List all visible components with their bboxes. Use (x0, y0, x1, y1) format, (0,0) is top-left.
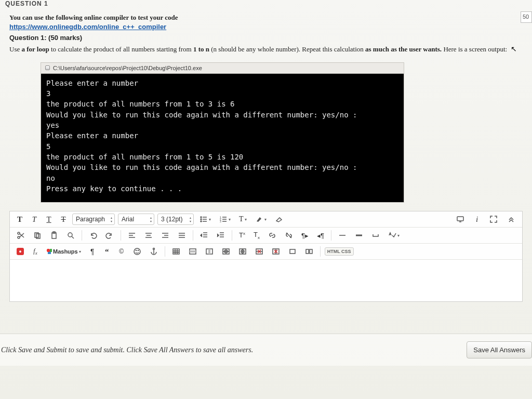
console-app-icon (45, 65, 50, 70)
svg-point-0 (201, 217, 202, 218)
insert-row-icon (222, 247, 230, 256)
table-delcol-button[interactable] (269, 246, 283, 257)
svg-point-22 (68, 233, 72, 237)
link-button[interactable] (265, 230, 279, 241)
undo-button[interactable] (86, 230, 100, 241)
caret-down-icon: ▾ (190, 219, 191, 223)
info-button[interactable]: i (471, 214, 483, 225)
record-button[interactable]: ● (14, 246, 26, 257)
console-titlebar: C:\Users\afar\source\repos\Project10\Deb… (41, 62, 404, 73)
divider (165, 246, 165, 257)
preview-button[interactable] (454, 214, 467, 225)
table-cell-button[interactable] (286, 246, 299, 257)
format-value: Paragraph (76, 216, 105, 223)
align-right-icon (161, 231, 169, 240)
svg-rect-57 (208, 249, 210, 254)
rtl-button[interactable]: ◂¶ (314, 230, 327, 241)
blockquote-button[interactable]: “ (101, 246, 113, 257)
merge-icon (305, 247, 313, 256)
copyright-button[interactable]: © (116, 246, 127, 257)
anchor-icon (150, 247, 158, 256)
italic-button[interactable]: T (29, 214, 40, 225)
font-select[interactable]: Arial ▴ ▾ (118, 214, 154, 225)
console-title: C:\Users\afar\source\repos\Project10\Deb… (53, 65, 202, 71)
editor-textarea[interactable] (10, 260, 522, 301)
anchor-button[interactable] (147, 246, 161, 257)
divider (193, 230, 193, 241)
compiler-link[interactable]: https://www.onlinegdb.com/online_c++_com… (9, 23, 166, 31)
q-pre: Use (9, 45, 21, 53)
bullet-list-icon (200, 215, 208, 223)
nbsp-icon (371, 231, 380, 240)
subscript-button[interactable]: Tx (251, 230, 262, 241)
table-row-button[interactable] (186, 246, 200, 257)
unlink-button[interactable] (282, 230, 296, 241)
record-icon: ● (17, 248, 24, 255)
spellcheck-button[interactable]: ▾ (385, 230, 402, 241)
question-header: QUESTION 1 (5, 0, 48, 7)
emoji-button[interactable] (130, 246, 144, 257)
svg-point-2 (201, 219, 202, 220)
nbsp-button[interactable] (369, 230, 382, 241)
caret-up-icon: ▴ (190, 216, 191, 219)
collapse-button[interactable] (504, 214, 518, 225)
svg-point-15 (18, 232, 20, 234)
align-right-button[interactable] (158, 230, 172, 241)
redo-button[interactable] (103, 230, 116, 241)
outdent-button[interactable] (197, 230, 211, 241)
delete-row-icon (255, 247, 263, 256)
format-select[interactable]: Paragraph ▴ ▾ (72, 214, 115, 225)
copy-button[interactable] (31, 230, 44, 241)
strike-button[interactable]: T (58, 214, 69, 225)
align-left-icon (128, 231, 136, 240)
unlink-icon (285, 231, 293, 240)
font-value: Arial (122, 216, 134, 223)
table-button[interactable] (169, 246, 183, 257)
show-para-button[interactable]: ¶ (87, 246, 98, 257)
text-color-button[interactable]: T▾ (236, 214, 249, 225)
align-justify-button[interactable] (175, 230, 189, 241)
cursor-icon: ↖ (509, 45, 517, 53)
bold-button[interactable]: T (14, 214, 25, 225)
mashups-button[interactable]: Mashups▾ (44, 246, 84, 257)
fullscreen-button[interactable] (487, 214, 500, 225)
table-insrow-button[interactable] (219, 246, 233, 257)
clear-format-button[interactable] (272, 214, 286, 225)
console-window: C:\Users\afar\source\repos\Project10\Deb… (41, 62, 404, 203)
number-list-button[interactable]: 123▾ (217, 214, 233, 225)
formula-button[interactable]: fx (30, 246, 41, 257)
table-inscol-button[interactable] (236, 246, 249, 257)
highlight-button[interactable]: ▾ (252, 214, 269, 225)
html-css-button[interactable]: HTML CSS (325, 247, 354, 256)
caret-up-icon: ▴ (111, 216, 112, 219)
align-left-button[interactable] (125, 230, 139, 241)
indent-button[interactable] (214, 230, 228, 241)
svg-text:3: 3 (220, 220, 221, 223)
fullscreen-icon (489, 215, 498, 223)
table-col-button[interactable] (203, 246, 216, 257)
underline-button[interactable]: T (43, 214, 55, 225)
table-delrow-button[interactable] (252, 246, 266, 257)
chevron-down-icon: ▾ (79, 249, 81, 254)
q-end: Here is a screen output: (442, 45, 507, 53)
svg-rect-55 (190, 250, 196, 252)
highlight-icon (255, 215, 263, 223)
hr-button[interactable] (336, 230, 349, 241)
superscript-button[interactable]: Tx (236, 230, 248, 241)
hr-thick-button[interactable] (352, 230, 366, 241)
svg-line-23 (72, 236, 74, 238)
divider (82, 230, 82, 241)
align-center-button[interactable] (142, 230, 155, 241)
caret-up-icon: ▴ (150, 216, 152, 219)
cut-button[interactable] (14, 230, 28, 241)
ltr-button[interactable]: ¶▸ (299, 230, 311, 241)
size-select[interactable]: 3 (12pt) ▴ ▾ (157, 214, 194, 225)
save-all-answers-button[interactable]: Save All Answers (467, 341, 532, 358)
table-col-icon (205, 247, 214, 256)
bullet-list-button[interactable]: ▾ (197, 214, 214, 225)
paste-button[interactable] (47, 230, 61, 241)
chevron-down-icon: ▾ (397, 233, 400, 238)
q-em1: a for loop (21, 45, 49, 53)
table-merge-button[interactable] (302, 246, 316, 257)
find-button[interactable] (64, 230, 77, 241)
